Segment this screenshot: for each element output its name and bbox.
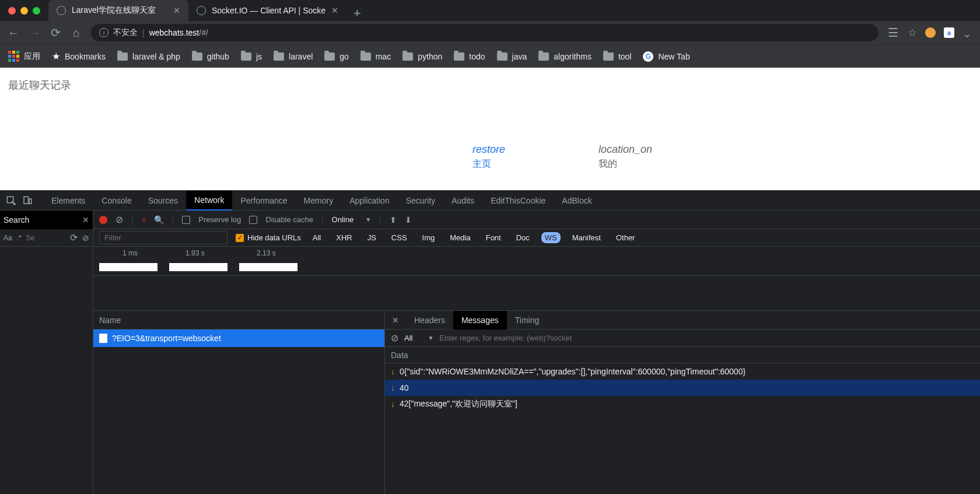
- filter-type-manifest[interactable]: Manifest: [569, 232, 604, 243]
- bookmark-folder[interactable]: python: [402, 52, 442, 61]
- site-info-icon[interactable]: i: [99, 28, 108, 37]
- device-toggle-icon[interactable]: [22, 195, 33, 206]
- devtools-tab-audits[interactable]: Audits: [443, 191, 482, 211]
- detail-tab-timing[interactable]: Timing: [507, 311, 548, 330]
- download-har-icon[interactable]: ⬇: [405, 215, 412, 225]
- bookmark-folder[interactable]: js: [241, 52, 262, 61]
- bookmark-bookmarks[interactable]: ★ Bookmarks: [52, 51, 106, 62]
- new-tab-button[interactable]: +: [346, 6, 368, 21]
- name-column-header[interactable]: Name: [93, 311, 384, 330]
- extension-pocket-icon[interactable]: ⌄: [963, 27, 973, 38]
- bookmark-folder[interactable]: laravel: [274, 52, 313, 61]
- messages-regex-input[interactable]: [439, 334, 974, 342]
- devtools-tab-security[interactable]: Security: [398, 191, 444, 211]
- bookmark-folder[interactable]: laravel & php: [117, 52, 180, 61]
- request-row[interactable]: ?EIO=3&transport=websocket: [93, 330, 384, 347]
- search-input[interactable]: [26, 234, 65, 242]
- filter-type-xhr[interactable]: XHR: [332, 232, 355, 243]
- close-search-icon[interactable]: ✕: [82, 215, 89, 225]
- filter-input[interactable]: [99, 231, 228, 244]
- bookmark-newtab[interactable]: G New Tab: [643, 51, 690, 62]
- detail-tab-messages[interactable]: Messages: [453, 311, 507, 330]
- search-title: Search: [4, 215, 82, 225]
- ws-message-row[interactable]: ↓ 0{"sid":"NWRiOWE3MmMzNDliZA==","upgrad…: [385, 363, 980, 380]
- ws-message-row[interactable]: ↓ 40: [385, 380, 980, 396]
- bookmark-folder[interactable]: go: [324, 52, 349, 61]
- record-button[interactable]: [99, 216, 107, 224]
- hide-data-urls[interactable]: ✓ Hide data URLs: [236, 233, 301, 242]
- regex-icon[interactable]: .*: [17, 234, 22, 242]
- devtools-tab-adblock[interactable]: AdBlock: [554, 191, 600, 211]
- folder-icon: [497, 52, 508, 61]
- browser-tab-active[interactable]: Laravel学院在线聊天室 ✕: [48, 0, 188, 21]
- case-sensitive-icon[interactable]: Aa: [4, 234, 12, 242]
- close-window-button[interactable]: [8, 7, 16, 15]
- url-text: webchats.test/#/: [149, 28, 208, 37]
- bookmark-folder[interactable]: todo: [454, 52, 485, 61]
- devtools-tab-editthiscookie[interactable]: EditThisCookie: [482, 191, 554, 211]
- preserve-log-checkbox[interactable]: [182, 216, 190, 224]
- clear-button[interactable]: ⊘: [116, 214, 123, 225]
- bookmark-folder[interactable]: java: [497, 52, 527, 61]
- close-tab-icon[interactable]: ✕: [331, 6, 338, 15]
- devtools-tab-network[interactable]: Network: [186, 191, 232, 211]
- extension-amazon-icon[interactable]: a: [944, 27, 954, 38]
- timeline-bar: [169, 263, 228, 271]
- filter-type-css[interactable]: CSS: [388, 232, 411, 243]
- filter-type-img[interactable]: Img: [419, 232, 439, 243]
- bookmark-star-icon[interactable]: ☆: [908, 26, 917, 39]
- minimize-window-button[interactable]: [20, 7, 28, 15]
- address-bar[interactable]: i 不安全 | webchats.test/#/: [91, 24, 878, 41]
- bookmark-folder[interactable]: algorithms: [538, 52, 592, 61]
- clear-messages-icon[interactable]: ⊘: [391, 332, 398, 344]
- browser-tab[interactable]: Socket.IO — Client API | Socke ✕: [188, 0, 346, 21]
- extension-cookie-icon[interactable]: [925, 27, 936, 38]
- devtools-tab-elements[interactable]: Elements: [43, 191, 93, 211]
- bookmark-folder[interactable]: mac: [360, 52, 391, 61]
- data-column-header[interactable]: Data: [385, 347, 980, 363]
- filter-type-other[interactable]: Other: [612, 232, 639, 243]
- request-detail: ✕ Headers Messages Timing ⊘ All ▼ Data: [385, 311, 980, 494]
- messages-filter-select[interactable]: All ▼: [404, 334, 433, 342]
- inspect-element-icon[interactable]: [6, 195, 16, 206]
- reload-button[interactable]: ⟳: [49, 26, 62, 40]
- nav-home[interactable]: restore 主页: [473, 143, 505, 170]
- throttle-select[interactable]: Online ▼: [332, 215, 371, 224]
- filter-toggle-icon[interactable]: ▿: [142, 215, 146, 225]
- devtools-tab-performance[interactable]: Performance: [232, 191, 295, 211]
- reader-icon[interactable]: ☰: [887, 26, 900, 40]
- back-button[interactable]: ←: [7, 26, 20, 40]
- devtools-search-drawer: Search ✕ Aa .* ⟳ ⊘: [0, 211, 93, 494]
- network-timeline[interactable]: 1 ms 1.93 s 2.13 s: [93, 247, 980, 276]
- clear-search-icon[interactable]: ⊘: [82, 233, 89, 243]
- maximize-window-button[interactable]: [33, 7, 40, 15]
- upload-har-icon[interactable]: ⬆: [390, 215, 397, 225]
- filter-type-js[interactable]: JS: [364, 232, 380, 243]
- ws-message-row[interactable]: ↓ 42["message","欢迎访问聊天室"]: [385, 396, 980, 412]
- request-list: Name ?EIO=3&transport=websocket: [93, 311, 385, 494]
- refresh-search-icon[interactable]: ⟳: [70, 232, 78, 243]
- filter-type-font[interactable]: Font: [482, 232, 505, 243]
- devtools-tab-memory[interactable]: Memory: [296, 191, 342, 211]
- filter-type-ws[interactable]: WS: [541, 232, 561, 243]
- disable-cache-checkbox[interactable]: [249, 216, 257, 224]
- detail-tab-headers[interactable]: Headers: [406, 311, 453, 330]
- close-detail-icon[interactable]: ✕: [385, 316, 406, 325]
- filter-type-doc[interactable]: Doc: [513, 232, 533, 243]
- google-icon: G: [643, 51, 653, 62]
- filter-type-all[interactable]: All: [309, 232, 324, 243]
- forward-button[interactable]: →: [28, 26, 41, 40]
- bookmark-folder[interactable]: tool: [603, 52, 632, 61]
- devtools-tab-application[interactable]: Application: [341, 191, 398, 211]
- home-button[interactable]: ⌂: [70, 26, 83, 40]
- bookmark-apps[interactable]: 应用: [8, 51, 40, 62]
- devtools-tab-sources[interactable]: Sources: [140, 191, 186, 211]
- close-tab-icon[interactable]: ✕: [173, 6, 180, 15]
- bookmark-folder[interactable]: github: [192, 52, 229, 61]
- nav-mine[interactable]: location_on 我的: [598, 143, 652, 170]
- devtools: Elements Console Sources Network Perform…: [0, 190, 980, 494]
- search-toggle-icon[interactable]: 🔍: [154, 215, 164, 225]
- filter-type-media[interactable]: Media: [446, 232, 474, 243]
- devtools-tab-console[interactable]: Console: [93, 191, 139, 211]
- timeline-overview[interactable]: [93, 276, 980, 311]
